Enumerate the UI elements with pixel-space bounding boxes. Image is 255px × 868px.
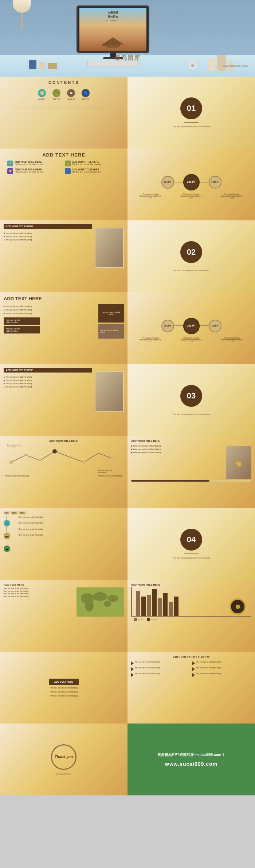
tl-text-1: The process of project development and p… [138, 193, 163, 199]
contents-title: CONTENTS [4, 80, 124, 85]
text-item-1: 🏠 ADD YOUR TITLE HERE The first part of … [7, 161, 63, 166]
world-map-title: ADD TEXT HERE [4, 583, 124, 586]
bar-chart-title: ADD YOUR TITLE HERE [131, 583, 251, 586]
slide-add-text-list: ADD TEXT HERE ▶ Here you have to add the… [0, 292, 128, 364]
url-text: www.sucai999.com [223, 64, 248, 67]
slide-add-title-photo-1: ADD YOUR TITLE HERE ▶ Here you have to a… [0, 220, 128, 292]
section-01-subtitle: The first part summarizes the sentence [172, 126, 210, 128]
tl2-year-3: 2015年 [209, 320, 221, 332]
arrow-list-title: ADD YOUR TITLE HERE [131, 655, 251, 659]
tl2-year-1: 2013年 [161, 320, 174, 332]
cover-subtitle: FU BIAO TI [106, 19, 119, 22]
tl2-text-1: The process of project development and p… [138, 337, 163, 343]
tl2-year-2: 2014年 [183, 318, 200, 334]
text-item-4: 🔵 ADD YOUR TITLE HERE The first part of … [65, 168, 121, 174]
tl-year-2: 2014年 [183, 174, 200, 190]
title-photo-right-title: ADD YOUR TITLE HERE [131, 440, 251, 442]
simple-box-title: ADD TEXT HERE [49, 679, 79, 685]
slide-title-photo-right: ADD YOUR TITLE HERE ▶ Here you have to a… [128, 436, 255, 508]
svg-point-13 [107, 603, 108, 605]
tl-text-2: The process of project development and p… [178, 193, 204, 199]
thank-you-text: Thank you [55, 755, 73, 759]
add-text-list-title: ADD TEXT HERE [4, 296, 124, 301]
slide-cover: 夕阳美景 简约风格 FU BIAO TI 🤖 菜鸟图库 w [0, 0, 255, 77]
slide-line-chart: ADD YOUR TITLE HERE Here you have to add… [0, 436, 128, 508]
part-3-icon: 🔲 PART 03 [67, 89, 75, 100]
add-text-title: ADD TEXT HERE [4, 152, 124, 158]
slide-contents: CONTENTS 🧭 PART 01 📍 PART 02 🔲 PART 03 🔵… [0, 77, 128, 148]
section-04-subtitle: The first part summarizes the sentence [172, 557, 210, 559]
tl-year-1: 2013年 [161, 176, 174, 189]
slide-section-02: 02 The first part summarizes the sentenc… [128, 220, 255, 292]
part-1-icon: 🧭 PART 01 [38, 89, 46, 100]
svg-point-2 [111, 457, 115, 460]
cover-title-cn: 夕阳美景 简约风格 [108, 11, 118, 18]
slide-timeline-1: 2013年 2014年 2015年 The process of project… [128, 148, 255, 220]
slide-arrow-list: ADD YOUR TITLE HERE Here you have to add… [128, 652, 255, 724]
svg-point-12 [99, 596, 101, 597]
slide-timeline-2: 2013年 2014年 2015年 The process of project… [128, 292, 255, 364]
slide-add-title-photo-2: ADD YOUR TITLE HERE ▶ Here you have to a… [0, 364, 128, 436]
svg-point-15 [90, 605, 92, 606]
tl2-text-2: The process of project development and p… [178, 337, 204, 343]
slide-section-01: 01 The first part summarizes the sentenc… [128, 77, 255, 148]
text-item-2: ✏️ ADD YOUR TITLE HERE The first part of… [65, 161, 121, 166]
part-2-icon: 📍 PART 02 [52, 89, 60, 100]
svg-point-0 [52, 449, 57, 454]
add-title-label: ADD YOUR TITLE HERE [4, 224, 92, 229]
section-01-number: 01 [180, 97, 202, 119]
promo-url: www.sucai999.com [165, 761, 217, 767]
svg-point-11 [89, 598, 90, 599]
slide-world-map: ADD TEXT HERE Here you have to add themS… [0, 580, 128, 652]
slide-add-text: ADD TEXT HERE 🏠 ADD YOUR TITLE HERE The … [0, 148, 128, 220]
svg-point-1 [9, 460, 13, 464]
section-02-subtitle: The first part summarizes the sentence [172, 269, 210, 271]
svg-point-7 [85, 600, 94, 612]
section-03-subtitle: The first part summarizes the sentence [172, 413, 210, 415]
add-title-label-2: ADD YOUR TITLE HERE [4, 368, 92, 373]
line-chart-title: ADD YOUR TITLE HERE [4, 440, 124, 442]
svg-point-14 [112, 598, 114, 599]
promo-text: 更多精品PPT资源尽在—sucai999.com！ [157, 752, 225, 757]
svg-point-3 [24, 454, 27, 456]
slide-simple-boxes: ADD TEXT HERE Here you have to add themS… [0, 652, 128, 724]
slide-section-04: 04 The first part summarizes the sentenc… [128, 508, 255, 580]
slide-icon-timeline: PIP ADA PDA 🎵 📷 ☁ Here you have to add t… [0, 508, 128, 580]
tl-year-3: 2015年 [209, 176, 221, 189]
part-4-icon: 🔵 PART 04 [82, 89, 90, 100]
text-item-3: ⭐ ADD YOUR TITLE HERE The first part of … [7, 168, 63, 174]
slide-bar-chart: ADD YOUR TITLE HERE 60% 40% 20% [128, 580, 255, 652]
svg-point-4 [82, 461, 85, 464]
watermark: 菜鸟图库 [114, 54, 141, 62]
slide-section-03: 03 The first part summarizes the sentenc… [128, 364, 255, 436]
tl-text-3: The process of project development and p… [219, 193, 245, 199]
slide-promo: 更多精品PPT资源尽在—sucai999.com！ www.sucai999.c… [128, 724, 255, 795]
slide-thank-you: Thank you www.sucai999.com [0, 724, 128, 795]
tl2-text-3: The process of project development and p… [219, 337, 245, 343]
section-04-number: 04 [180, 529, 202, 551]
section-03-number: 03 [180, 385, 202, 407]
thank-you-url: www.sucai999.com [56, 773, 72, 775]
section-02-number: 02 [180, 241, 202, 263]
